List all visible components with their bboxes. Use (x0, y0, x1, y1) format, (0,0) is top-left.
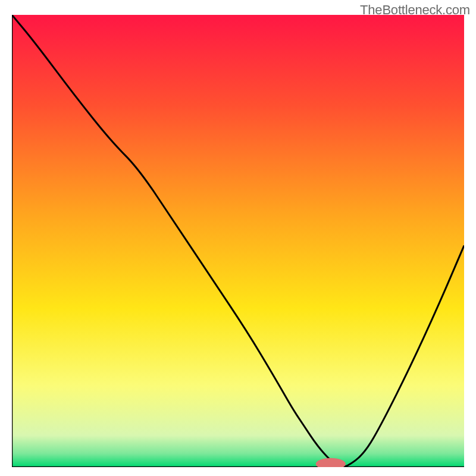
gradient-background (12, 15, 464, 467)
bottleneck-chart (12, 15, 464, 467)
chart-container: TheBottleneck.com (0, 0, 476, 476)
